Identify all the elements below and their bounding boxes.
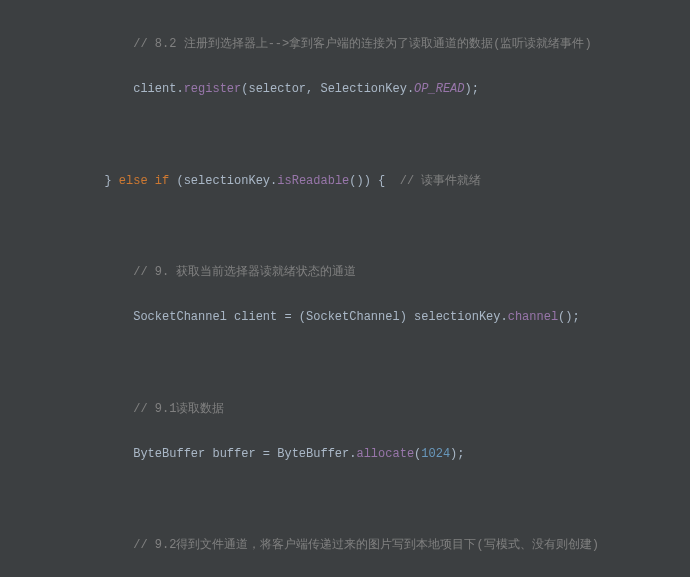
- code-line: // 9.2得到文件通道，将客户端传递过来的图片写到本地项目下(写模式、没有则创…: [18, 534, 690, 557]
- code-line: [18, 352, 690, 375]
- code-editor[interactable]: // 8.2 注册到选择器上-->拿到客户端的连接为了读取通道的数据(监听读就绪…: [0, 10, 690, 577]
- code-line: // 9. 获取当前选择器读就绪状态的通道: [18, 261, 690, 284]
- code-line: } else if (selectionKey.isReadable()) { …: [18, 170, 690, 193]
- code-line: [18, 124, 690, 147]
- code-line: [18, 489, 690, 512]
- code-line: client.register(selector, SelectionKey.O…: [18, 78, 690, 101]
- code-line: [18, 215, 690, 238]
- code-line: // 9.1读取数据: [18, 398, 690, 421]
- code-line: // 8.2 注册到选择器上-->拿到客户端的连接为了读取通道的数据(监听读就绪…: [18, 33, 690, 56]
- code-line: ByteBuffer buffer = ByteBuffer.allocate(…: [18, 443, 690, 466]
- comment: // 8.2 注册到选择器上-->拿到客户端的连接为了读取通道的数据(监听读就绪…: [133, 37, 591, 51]
- code-line: SocketChannel client = (SocketChannel) s…: [18, 306, 690, 329]
